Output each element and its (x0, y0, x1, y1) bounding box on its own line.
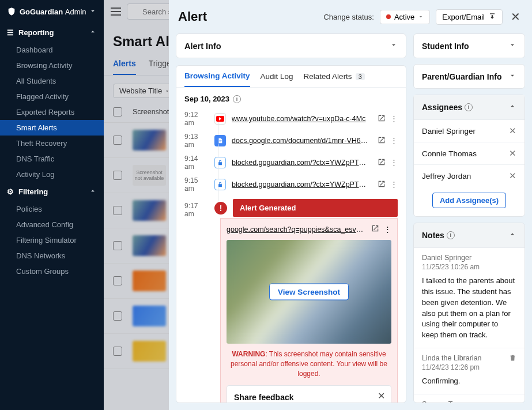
warning-prefix: WARNING (232, 350, 265, 358)
timeline-url[interactable]: blocked.goguardian.com/?ctx=YWZpPTM3NjE1… (232, 180, 372, 189)
more-icon[interactable]: ⋮ (390, 136, 398, 146)
lock-icon (214, 179, 226, 190)
timeline-url[interactable]: www.youtube.com/watch?v=uxpDa-c-4Mc (232, 115, 372, 123)
remove-assignee-icon[interactable]: ✕ (509, 126, 516, 136)
nav-item-dns-networks[interactable]: DNS Networks (0, 248, 104, 264)
chevron-down-icon (89, 7, 97, 17)
timeline-url[interactable]: blocked.goguardian.com/?ctx=YWZpPTM3NjE1… (232, 159, 372, 167)
nav-item-smart-alerts[interactable]: Smart Alerts (0, 120, 104, 136)
nav-item-exported-reports[interactable]: Exported Reports (0, 104, 104, 120)
add-assignee-button[interactable]: Add Assignee(s) (432, 193, 506, 208)
timeline-row: 9:14 am blocked.goguardian.com/?ctx=YWZp… (176, 152, 406, 174)
assignees-toggle[interactable]: Assignees i (414, 95, 525, 119)
timeline-date: Sep 10, 2023 (184, 95, 229, 103)
nav-item-custom-groups[interactable]: Custom Groups (0, 264, 104, 279)
bars-icon: ☰ (7, 28, 14, 37)
assignee-row: Connie Thomas ✕ (414, 142, 525, 164)
nav-item-all-students[interactable]: All Students (0, 73, 104, 89)
nav-item-theft-recovery[interactable]: Theft Recovery (0, 136, 104, 151)
info-icon[interactable]: i (465, 103, 473, 111)
note-item: Linda the Librarian 11/24/23 12:26 pm Co… (414, 348, 525, 394)
logo-shield-icon (7, 7, 16, 16)
alert-exclaim-icon: ! (214, 202, 227, 215)
lock-icon (214, 157, 226, 168)
note-item: Daniel Springer 11/25/23 10:26 am I talk… (414, 247, 525, 348)
google-doc-icon (214, 135, 226, 146)
export-email-button[interactable]: Export/Email (436, 9, 503, 25)
tab-related-alerts[interactable]: Related Alerts 3 (304, 72, 365, 87)
nav-item-dns-traffic[interactable]: DNS Traffic (0, 151, 104, 167)
note-author: Susana Tran (422, 400, 516, 403)
alert-url[interactable]: google.com/search?q=puppies&sca_esv=5650… (227, 225, 367, 234)
student-info-title: Student Info (422, 42, 469, 51)
brand-suffix: Admin (65, 7, 86, 16)
nav-section-title: Filtering (18, 187, 48, 196)
tab-browsing-activity[interactable]: Browsing Activity (184, 72, 250, 87)
more-icon[interactable]: ⋮ (384, 225, 391, 234)
more-icon[interactable]: ⋮ (390, 180, 398, 190)
delete-note-icon[interactable] (509, 354, 516, 363)
nav-item-browsing-activity[interactable]: Browsing Activity (0, 58, 104, 73)
drawer-title: Alert (178, 9, 207, 24)
status-dot-icon (386, 14, 391, 19)
related-alerts-label: Related Alerts (304, 72, 352, 81)
alert-drawer: Alert Change status: Active Export/Email… (169, 0, 532, 410)
open-link-icon[interactable] (378, 136, 386, 146)
alert-detail-panel: google.com/search?q=puppies&sca_esv=5650… (220, 218, 398, 403)
feedback-card: ✕ Share feedback Help us improve alerts.… (227, 385, 391, 403)
alert-info-toggle[interactable]: Alert Info (176, 34, 406, 58)
tab-audit-log[interactable]: Audit Log (261, 72, 293, 87)
nav-section-title: Reporting (18, 28, 54, 37)
open-link-icon[interactable] (371, 224, 379, 234)
alert-info-title: Alert Info (184, 42, 221, 51)
nav-section-filtering[interactable]: ⚙ Filtering (0, 182, 104, 201)
view-screenshot-button[interactable]: View Screenshot (269, 284, 349, 300)
nav-item-activity-log[interactable]: Activity Log (0, 167, 104, 182)
chevron-down-icon (508, 72, 516, 81)
change-status-label: Change status: (323, 13, 373, 21)
download-icon (488, 12, 496, 22)
open-link-icon[interactable] (378, 114, 386, 124)
open-link-icon[interactable] (378, 180, 386, 190)
assignees-title: Assignees (422, 103, 462, 112)
status-dropdown[interactable]: Active (380, 10, 430, 24)
nav-item-dashboard[interactable]: Dashboard (0, 42, 104, 58)
note-date: 11/24/23 12:26 pm (422, 363, 516, 371)
remove-assignee-icon[interactable]: ✕ (509, 148, 516, 159)
youtube-icon (214, 113, 226, 125)
info-icon[interactable]: i (233, 95, 241, 103)
more-icon[interactable]: ⋮ (390, 158, 398, 168)
more-icon[interactable]: ⋮ (390, 114, 398, 124)
nav-item-policies[interactable]: Policies (0, 201, 104, 217)
chevron-down-icon (508, 41, 516, 51)
parent-guardian-toggle[interactable]: Parent/Guardian Info (414, 65, 525, 88)
chevron-down-icon (418, 13, 424, 21)
brand-selector[interactable]: GoGuardian Admin (0, 0, 104, 23)
student-info-toggle[interactable]: Student Info (414, 34, 525, 58)
info-icon[interactable]: i (447, 231, 455, 239)
timeline-row: 9:12 am www.youtube.com/watch?v=uxpDa-c-… (176, 108, 406, 130)
assignee-name: Connie Thomas (422, 149, 477, 158)
screenshot-preview: View Screenshot (227, 240, 391, 344)
chevron-up-icon (508, 102, 516, 112)
chevron-up-icon (508, 230, 516, 240)
timeline-url[interactable]: docs.google.com/document/d/1mnr-VH6K7pCr… (232, 137, 372, 145)
notes-title: Notes (422, 231, 444, 240)
assignee-name: Daniel Springer (422, 127, 476, 136)
chevron-up-icon (89, 28, 97, 37)
close-feedback-icon[interactable]: ✕ (378, 390, 385, 401)
open-link-icon[interactable] (378, 158, 386, 168)
nav-item-flagged-activity[interactable]: Flagged Activity (0, 89, 104, 104)
nav-section-reporting[interactable]: ☰ Reporting (0, 23, 104, 42)
timeline-row: 9:15 am blocked.goguardian.com/?ctx=YWZp… (176, 174, 406, 195)
chevron-down-icon (390, 41, 398, 51)
nav-section-reporting-items: Dashboard Browsing Activity All Students… (0, 42, 104, 182)
close-drawer-button[interactable]: ✕ (508, 7, 523, 26)
nav-item-filtering-simulator[interactable]: Filtering Simulator (0, 232, 104, 248)
status-value: Active (394, 13, 414, 21)
nav-item-advanced-config[interactable]: Advanced Config (0, 217, 104, 232)
assignee-row: Jeffrey Jordan ✕ (414, 164, 525, 187)
remove-assignee-icon[interactable]: ✕ (509, 171, 516, 181)
note-item: Susana Tran 11/24/23 12:26 pm Seen. Sent… (414, 394, 525, 403)
notes-toggle[interactable]: Notes i (414, 223, 525, 247)
